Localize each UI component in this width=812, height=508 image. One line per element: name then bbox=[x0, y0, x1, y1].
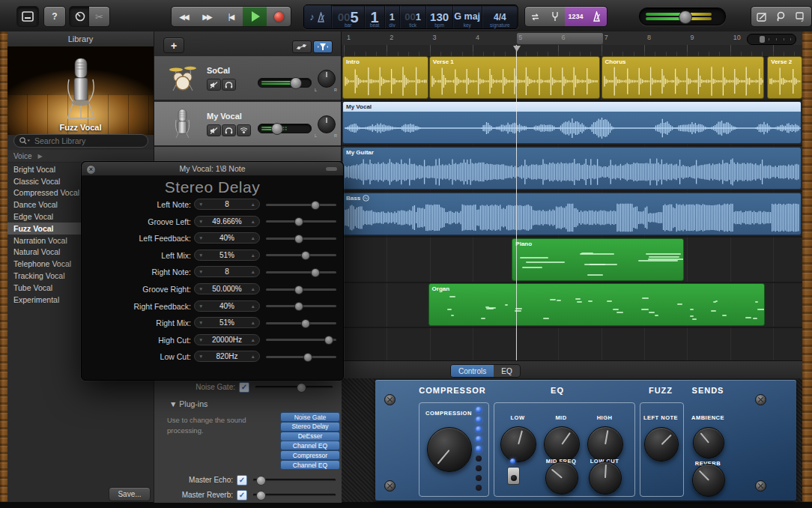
param-stepper[interactable]: ▼ 50.000% ▲ bbox=[194, 283, 260, 294]
region-verse-2[interactable]: Verse 2 bbox=[767, 56, 802, 99]
playhead[interactable] bbox=[516, 45, 517, 360]
track-volume-slider[interactable] bbox=[258, 78, 312, 88]
knob-ambience[interactable] bbox=[693, 427, 724, 459]
stepper-up-icon[interactable]: ▲ bbox=[251, 235, 255, 241]
param-slider-thumb[interactable] bbox=[303, 353, 312, 362]
master-echo-slider[interactable] bbox=[253, 479, 336, 481]
param-slider[interactable] bbox=[266, 288, 336, 291]
param-slider-thumb[interactable] bbox=[294, 302, 303, 311]
input-monitor-button[interactable] bbox=[237, 124, 251, 136]
stepper-down-icon[interactable]: ▼ bbox=[199, 303, 203, 309]
stepper-down-icon[interactable]: ▼ bbox=[199, 253, 203, 258]
track-header-socal[interactable]: SoCal LR bbox=[154, 56, 342, 101]
stepper-down-icon[interactable]: ▼ bbox=[199, 219, 203, 224]
param-slider[interactable] bbox=[266, 220, 336, 223]
stepper-up-icon[interactable]: ▲ bbox=[251, 303, 255, 309]
record-button[interactable] bbox=[267, 6, 291, 27]
param-slider[interactable] bbox=[266, 339, 336, 341]
media-library-button[interactable]: ♪ bbox=[791, 6, 812, 27]
forward-button[interactable]: ▶▶ bbox=[195, 6, 219, 27]
param-stepper[interactable]: ▼ 40% ▲ bbox=[194, 300, 260, 312]
zoom-slider[interactable] bbox=[747, 34, 796, 45]
stepper-up-icon[interactable]: ▲ bbox=[251, 219, 255, 224]
param-stepper[interactable]: ▼ 8 ▲ bbox=[194, 199, 260, 210]
param-slider-thumb[interactable] bbox=[311, 201, 320, 210]
knob-compression[interactable] bbox=[427, 427, 472, 472]
region-verse-1[interactable]: Verse 1 bbox=[429, 56, 600, 99]
region-my-vocal[interactable]: My Vocal bbox=[342, 101, 802, 144]
lcd-mode-cell[interactable]: ♪ bbox=[304, 5, 332, 28]
stepper-up-icon[interactable]: ▲ bbox=[251, 354, 255, 359]
region-piano[interactable]: Piano bbox=[512, 238, 683, 281]
knob-mid[interactable] bbox=[544, 426, 580, 462]
pan-knob[interactable] bbox=[318, 115, 336, 133]
stepper-up-icon[interactable]: ▲ bbox=[251, 253, 255, 258]
region-intro[interactable]: Intro bbox=[342, 56, 428, 99]
stepper-down-icon[interactable]: ▼ bbox=[199, 320, 203, 325]
ruler-ticks[interactable] bbox=[342, 45, 802, 57]
search-input[interactable] bbox=[33, 136, 133, 146]
stepper-up-icon[interactable]: ▲ bbox=[251, 202, 255, 207]
plugin-slot-deesser[interactable]: DeEsser bbox=[280, 432, 340, 441]
play-button[interactable] bbox=[243, 6, 267, 27]
track-header-my-vocal[interactable]: My Vocal LR bbox=[154, 102, 342, 147]
param-slider[interactable] bbox=[266, 238, 336, 240]
param-stepper[interactable]: ▼ 20000Hz ▲ bbox=[194, 334, 260, 345]
mute-button[interactable] bbox=[207, 79, 221, 91]
master-echo-slider-thumb[interactable] bbox=[256, 476, 266, 486]
add-track-button[interactable]: + bbox=[163, 37, 184, 53]
region-bass[interactable]: Bass bbox=[342, 193, 802, 235]
param-slider-thumb[interactable] bbox=[294, 235, 303, 244]
master-reverb-slider[interactable] bbox=[253, 494, 336, 496]
smart-controls-button[interactable] bbox=[69, 6, 91, 27]
stepper-down-icon[interactable]: ▼ bbox=[199, 337, 203, 342]
param-slider-thumb[interactable] bbox=[301, 251, 310, 260]
notepad-button[interactable] bbox=[751, 6, 772, 27]
volume-thumb[interactable] bbox=[290, 77, 302, 89]
eq-switch[interactable] bbox=[507, 467, 520, 485]
bar-ruler[interactable]: 1234567891011 bbox=[342, 31, 802, 46]
param-slider-thumb[interactable] bbox=[301, 319, 310, 328]
tab-eq[interactable]: EQ bbox=[494, 365, 519, 377]
stereo-delay-window[interactable]: × My Vocal: 1\8 Note Stereo Delay Left N… bbox=[81, 161, 344, 381]
region-my-guitar[interactable]: My Guitar bbox=[342, 147, 802, 190]
track-volume-slider[interactable] bbox=[258, 124, 312, 133]
stepper-down-icon[interactable]: ▼ bbox=[199, 235, 203, 241]
param-slider-thumb[interactable] bbox=[324, 336, 333, 345]
loop-browser-button[interactable] bbox=[771, 6, 792, 27]
playhead-handle[interactable] bbox=[513, 46, 521, 52]
param-slider-thumb[interactable] bbox=[294, 217, 303, 226]
master-reverb-slider-thumb[interactable] bbox=[256, 491, 266, 501]
noise-gate-checkbox[interactable]: ✓ bbox=[239, 382, 249, 393]
param-stepper[interactable]: ▼ 820Hz ▲ bbox=[194, 351, 260, 362]
rewind-button[interactable]: ◀◀ bbox=[171, 6, 196, 27]
knob-mid-freq[interactable] bbox=[545, 462, 578, 495]
tuner-button[interactable] bbox=[545, 6, 566, 27]
metronome-button[interactable] bbox=[587, 6, 608, 27]
knob-low[interactable] bbox=[500, 426, 536, 462]
plugin-slot-noise-gate[interactable]: Noise Gate bbox=[280, 412, 340, 422]
stepper-up-icon[interactable]: ▲ bbox=[251, 337, 255, 342]
param-slider-thumb[interactable] bbox=[311, 268, 320, 277]
stepper-down-icon[interactable]: ▼ bbox=[199, 354, 203, 359]
plugins-disclosure[interactable]: ▼ Plug-ins bbox=[169, 399, 207, 408]
volume-thumb[interactable] bbox=[271, 123, 283, 135]
region-organ[interactable]: Organ bbox=[428, 283, 766, 326]
param-stepper[interactable]: ▼ 51% ▲ bbox=[194, 317, 260, 328]
param-slider[interactable] bbox=[266, 271, 336, 273]
param-stepper[interactable]: ▼ 8 ▲ bbox=[194, 266, 260, 277]
cycle-button[interactable] bbox=[524, 6, 546, 27]
library-search[interactable] bbox=[13, 134, 148, 148]
stepper-up-icon[interactable]: ▲ bbox=[251, 286, 255, 291]
stepper-down-icon[interactable]: ▼ bbox=[199, 202, 203, 207]
plugin-slot-compressor[interactable]: Compressor bbox=[280, 450, 340, 460]
catch-playhead-button[interactable] bbox=[313, 40, 333, 53]
master-volume-thumb[interactable] bbox=[679, 10, 692, 24]
editors-button[interactable]: ✂ bbox=[89, 6, 110, 27]
noise-gate-slider-thumb[interactable] bbox=[297, 383, 306, 393]
stepper-down-icon[interactable]: ▼ bbox=[199, 286, 203, 291]
param-slider[interactable] bbox=[266, 254, 336, 256]
param-slider-thumb[interactable] bbox=[294, 285, 303, 294]
knob-reverb[interactable] bbox=[692, 464, 725, 497]
region-chorus[interactable]: Chorus bbox=[602, 56, 765, 99]
